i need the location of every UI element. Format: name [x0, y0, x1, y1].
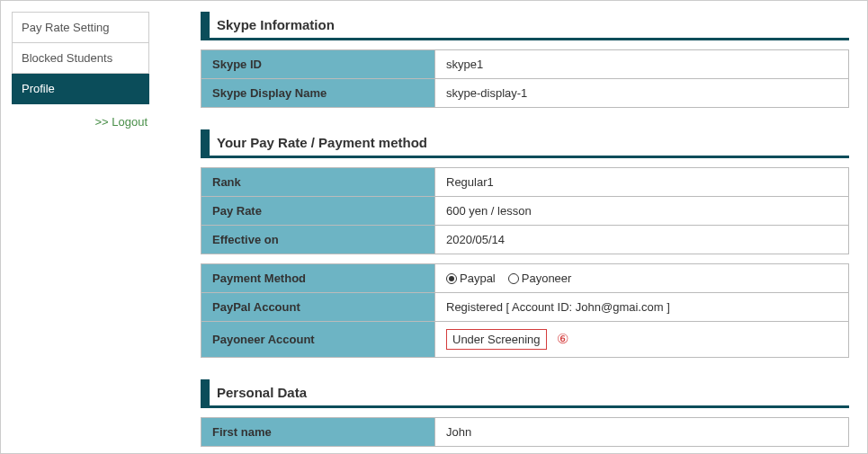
payrate-info-table: Rank Regular1 Pay Rate 600 yen / lesson … [201, 167, 849, 254]
payment-method-table: Payment Method Paypal Payoneer [201, 263, 849, 358]
table-row: Skype Display Name skype-display-1 [201, 79, 849, 108]
radio-icon [508, 273, 519, 284]
payment-method-radio-group: Paypal Payoneer [446, 272, 837, 285]
value-effective-on: 2020/05/14 [435, 226, 849, 254]
skype-table: Skype ID skype1 Skype Display Name skype… [201, 49, 849, 108]
table-row: Payment Method Paypal Payoneer [201, 264, 849, 293]
table-row: First name John [201, 418, 849, 447]
label-rank: Rank [201, 168, 435, 197]
radio-item-paypal[interactable]: Paypal [446, 272, 496, 285]
table-row: Skype ID skype1 [201, 50, 849, 79]
main-content: Skype Information Skype ID skype1 Skype … [201, 12, 849, 454]
payoneer-status-box: Under Screening [446, 329, 547, 350]
section-personal: Personal Data First name John [201, 379, 849, 447]
table-row: Pay Rate 600 yen / lesson [201, 197, 849, 226]
table-row: Rank Regular1 [201, 168, 849, 197]
value-skype-display-name: skype-display-1 [435, 79, 849, 108]
value-payment-method: Paypal Payoneer [435, 264, 849, 293]
value-skype-id: skype1 [435, 50, 849, 79]
label-payoneer-account: Payoneer Account [201, 322, 435, 358]
section-skype: Skype Information Skype ID skype1 Skype … [201, 12, 849, 108]
label-payment-method: Payment Method [201, 264, 435, 293]
sidebar-item-profile[interactable]: Profile [12, 74, 149, 104]
sidebar-item-pay-rate-setting[interactable]: Pay Rate Setting [12, 12, 149, 43]
section-title-personal: Personal Data [201, 379, 849, 408]
value-rank: Regular1 [435, 168, 849, 197]
logout-wrap: >> Logout [12, 115, 149, 129]
sidebar-item-blocked-students[interactable]: Blocked Students [12, 43, 149, 74]
sidebar: Pay Rate Setting Blocked Students Profil… [12, 12, 149, 129]
value-paypal-account: Registered [ Account ID: John@gmai.com ] [435, 293, 849, 322]
label-pay-rate: Pay Rate [201, 197, 435, 226]
label-skype-display-name: Skype Display Name [201, 79, 435, 108]
label-paypal-account: PayPal Account [201, 293, 435, 322]
radio-icon [446, 273, 457, 284]
value-pay-rate: 600 yen / lesson [435, 197, 849, 226]
table-row: Effective on 2020/05/14 [201, 226, 849, 254]
table-row: Payoneer Account Under Screening ⑥ [201, 322, 849, 358]
radio-label-paypal: Paypal [460, 272, 496, 285]
value-payoneer-account: Under Screening ⑥ [435, 322, 849, 358]
table-row: PayPal Account Registered [ Account ID: … [201, 293, 849, 322]
label-effective-on: Effective on [201, 226, 435, 254]
section-pay-rate: Your Pay Rate / Payment method Rank Regu… [201, 129, 849, 358]
personal-table: First name John [201, 417, 849, 447]
label-skype-id: Skype ID [201, 50, 435, 79]
logout-link[interactable]: >> Logout [94, 115, 148, 129]
section-title-pay-rate: Your Pay Rate / Payment method [201, 129, 849, 158]
radio-label-payoneer: Payoneer [522, 272, 572, 285]
section-title-skype: Skype Information [201, 12, 849, 40]
annotation-badge-6: ⑥ [557, 331, 568, 346]
radio-item-payoneer[interactable]: Payoneer [508, 272, 572, 285]
value-first-name: John [435, 418, 849, 447]
label-first-name: First name [201, 418, 435, 447]
